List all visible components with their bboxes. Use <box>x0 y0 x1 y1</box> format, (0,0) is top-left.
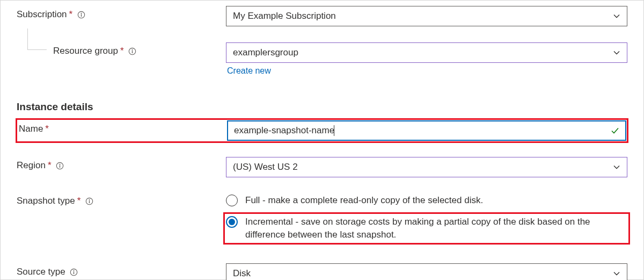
label-snapshot-type: Snapshot type * <box>17 193 226 206</box>
info-icon[interactable] <box>70 268 78 276</box>
row-snapshot-type: Snapshot type * Full - make a complete r… <box>17 193 627 242</box>
snapshot-type-full-radio[interactable]: Full - make a complete read-only copy of… <box>226 193 627 207</box>
label-region: Region * <box>17 157 226 171</box>
info-icon[interactable] <box>56 162 64 170</box>
label-source-type: Source type <box>17 263 226 277</box>
row-region: Region * (US) West US 2 <box>17 157 627 178</box>
region-value: (US) West US 2 <box>233 162 298 173</box>
row-source-type: Source type Disk <box>17 263 627 280</box>
label-text-snapshot-type: Snapshot type <box>17 196 75 206</box>
source-type-value: Disk <box>233 268 251 279</box>
svg-rect-14 <box>74 271 74 274</box>
region-select[interactable]: (US) West US 2 <box>226 157 627 177</box>
tree-connector <box>27 28 47 50</box>
label-resource-group: Resource group * <box>17 42 226 56</box>
svg-rect-11 <box>89 200 90 203</box>
svg-point-13 <box>74 270 75 271</box>
resource-group-value: examplersgroup <box>233 47 298 58</box>
row-subscription: Subscription * My Example Subscription <box>17 6 627 27</box>
svg-rect-5 <box>132 51 133 53</box>
radio-label-full: Full - make a complete read-only copy of… <box>245 193 627 207</box>
radio-indicator <box>226 216 238 228</box>
required-mark: * <box>69 9 73 20</box>
label-subscription: Subscription * <box>17 6 226 20</box>
section-instance-details: Instance details <box>17 101 627 113</box>
svg-rect-8 <box>60 165 60 168</box>
name-value: example-snapshot-name <box>234 125 334 136</box>
info-icon[interactable] <box>128 47 137 56</box>
info-icon[interactable] <box>85 197 93 206</box>
label-text-region: Region <box>17 160 46 171</box>
resource-group-select[interactable]: examplersgroup <box>226 42 627 63</box>
row-resource-group: Resource group * examplersgroup Create n… <box>17 42 627 76</box>
label-text-resource-group: Resource group <box>53 46 118 56</box>
svg-point-7 <box>60 164 61 165</box>
label-text-subscription: Subscription <box>17 9 67 20</box>
text-caret <box>334 125 334 136</box>
form-panel: Subscription * My Example Subscription R… <box>0 0 644 280</box>
snapshot-type-radio-group: Full - make a complete read-only copy of… <box>226 193 627 242</box>
required-mark: * <box>120 46 124 56</box>
label-text-source-type: Source type <box>17 267 65 277</box>
required-mark: * <box>48 160 52 171</box>
row-name: Name * example-snapshot-name <box>17 119 627 142</box>
info-icon[interactable] <box>77 11 85 19</box>
required-mark: * <box>77 196 81 206</box>
required-mark: * <box>45 124 49 134</box>
radio-label-incremental: Incremental - save on storage costs by m… <box>245 215 627 242</box>
svg-point-4 <box>132 49 133 51</box>
source-type-select[interactable]: Disk <box>226 263 627 280</box>
name-input[interactable]: example-snapshot-name <box>227 120 626 141</box>
label-name: Name * <box>18 120 227 134</box>
create-new-link[interactable]: Create new <box>227 66 271 76</box>
radio-indicator <box>226 195 238 206</box>
label-text-name: Name <box>19 124 43 134</box>
subscription-value: My Example Subscription <box>233 11 336 21</box>
subscription-select[interactable]: My Example Subscription <box>226 6 627 26</box>
svg-point-1 <box>80 13 82 14</box>
svg-rect-2 <box>81 14 82 17</box>
svg-point-10 <box>89 199 90 200</box>
snapshot-type-incremental-radio[interactable]: Incremental - save on storage costs by m… <box>226 215 627 242</box>
